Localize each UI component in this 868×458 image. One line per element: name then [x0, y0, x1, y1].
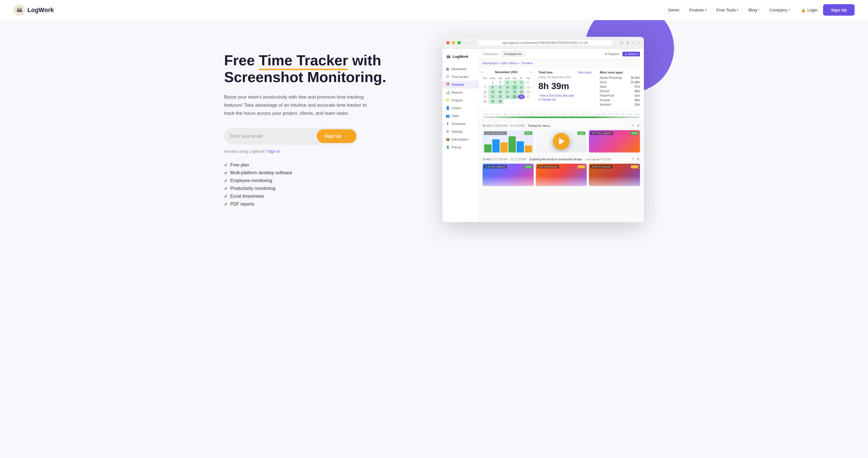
sidebar-item-time-tracker[interactable]: ⏱ Time tracker — [442, 73, 478, 81]
sidebar-item-clients[interactable]: 👤 Clients — [442, 104, 478, 112]
sidebar-item-timeline[interactable]: 📅 Timeline — [442, 81, 478, 88]
feature-checklist: ✓Free plan ✓Multi-platform desktop softw… — [224, 163, 426, 207]
sidebar-item-pricing[interactable]: 💲 Pricing — [442, 143, 478, 151]
delete-icon[interactable]: 🗑 — [637, 157, 640, 161]
demo-button[interactable]: ▲ Demo ▾ — [622, 52, 640, 56]
hero-title-highlight: Time Tracker — [259, 52, 348, 69]
checkmark-icon: ✓ — [224, 186, 227, 191]
team-icon: 👥 — [446, 114, 450, 118]
app-content: ‹ November 2021 › sun mon — [479, 67, 644, 222]
edit-icon[interactable]: ✎ — [631, 157, 634, 161]
nav-forward-icon[interactable]: › — [469, 41, 470, 45]
view-report-link[interactable]: View report — [578, 71, 592, 74]
lock-icon: 🔒 — [801, 8, 806, 12]
sidebar-logo: 🦝 LogWork — [442, 52, 478, 63]
nav-free-tools[interactable]: Free Tools ▾ — [716, 7, 739, 12]
cal-prev-button[interactable]: ‹ — [482, 70, 483, 74]
screenshot-card[interactable]: 9:48 AM Keynote 60% — [589, 164, 640, 186]
app-sidebar: 🦝 LogWork ▦ Dashboard ⏱ Time tracker — [442, 49, 479, 222]
tracking-for-label: Tracking for — [483, 52, 499, 56]
screenshot-time-label: 8:57 AM LogWork — [590, 132, 613, 135]
signup-button[interactable]: Sign Up — [823, 4, 855, 16]
sidebar-item-download[interactable]: ⬇ Download — [442, 120, 478, 127]
expand-icon[interactable]: ⤢ — [637, 41, 640, 45]
support-link[interactable]: ⟳ Support — [605, 52, 619, 56]
screenshots-area: 0h 37m 8:36:00 AM – 9:13:49 AM Testing t… — [479, 120, 644, 193]
screenshot-card[interactable]: 8:43 AM Numbers 82% — [483, 130, 534, 152]
projects-icon: 📁 — [446, 98, 450, 102]
total-time-display: 8h 39m — [538, 81, 592, 91]
window-fullscreen-dot — [458, 41, 461, 45]
app-window-wrapper: ‹ › app.logwork.com/timeline/17897691891… — [442, 37, 644, 222]
nav-demo[interactable]: Demo — [668, 7, 679, 12]
screenshot-pct: 60% — [631, 165, 639, 168]
screenshot-time-label: 9:48 AM Keynote — [590, 165, 612, 168]
login-button[interactable]: 🔒 Login — [801, 7, 818, 12]
signin-link[interactable]: Sign in. — [268, 149, 281, 153]
edit-icon[interactable]: ✎ — [631, 123, 634, 127]
change-log-link[interactable]: ⟳ Change log — [538, 98, 592, 101]
pricing-icon: 💲 — [446, 145, 450, 149]
add-entry-link[interactable]: + Add a Time Entry Manually — [538, 94, 592, 97]
sidebar-item-settings[interactable]: ⚙ Settings — [442, 127, 478, 136]
app-usage-row: Keynote36m — [600, 98, 640, 102]
app-preview: ‹ › app.logwork.com/timeline/17897691891… — [442, 37, 644, 222]
email-input[interactable] — [230, 134, 317, 139]
screenshot-time-label: 9:41 AM Keynote — [537, 165, 559, 168]
nav-feature[interactable]: Feature ▾ — [689, 7, 706, 12]
total-time-header: Total time View report — [538, 70, 592, 74]
new-tab-icon[interactable]: + — [632, 41, 634, 45]
screenshot-pct: 82% — [524, 132, 532, 135]
app-inner: 🦝 LogWork ▦ Dashboard ⏱ Time tracker — [442, 49, 644, 222]
screenshot-session-1: 0h 37m 8:36:00 AM – 9:13:49 AM Testing t… — [483, 123, 640, 152]
checklist-item: ✓Productivity monitoring — [224, 186, 426, 191]
signup-form-button[interactable]: Sign Up → — [317, 129, 356, 143]
navigation: 🦝 LogWork Demo Feature ▾ Free Tools ▾ Bl… — [0, 0, 868, 20]
screenshot-card[interactable]: 8:57 AM LogWork 87% — [589, 130, 640, 152]
cal-next-button[interactable]: › — [530, 70, 531, 74]
most-used-panel: Most used apps Adobe Photoshop3h 43m Exc… — [596, 67, 644, 111]
app-usage-row: Adobe Photoshop3h 43m — [600, 76, 640, 79]
nav-back-icon[interactable]: ‹ — [465, 41, 466, 45]
app-topbar: Tracking for Company Inc. ⟳ Support ▲ De… — [479, 49, 644, 59]
delete-icon[interactable]: 🗑 — [637, 123, 640, 127]
sidebar-item-team[interactable]: 👥 Team — [442, 112, 478, 120]
app-usage-row: Discord46m — [600, 90, 640, 93]
window-chrome: ‹ › app.logwork.com/timeline/17897691891… — [442, 37, 644, 49]
checklist-item: ✓PDF reports — [224, 202, 426, 207]
screenshot-card[interactable]: 9:41 AM Keynote 69% — [536, 164, 587, 186]
play-button[interactable] — [553, 133, 570, 150]
clients-icon: 👤 — [446, 106, 450, 110]
window-close-dot — [446, 41, 450, 45]
timeline-hours: 12am1am2am3am4am5am6am7am8am9am10am11am1… — [483, 113, 640, 115]
checkmark-icon: ✓ — [224, 163, 227, 167]
tracking-for-select[interactable]: Company Inc. — [501, 51, 526, 57]
app-usage-row: Excel1h 38m — [600, 81, 640, 84]
app-usage-row: Numbers15m — [600, 103, 640, 106]
calendar-grid: sun mon tue wed thu fri sat — [482, 76, 531, 104]
refresh-icon[interactable]: ⟳ — [620, 41, 623, 45]
settings-icon: ⚙ — [446, 130, 450, 134]
screenshot-card[interactable]: 9:34 AM LogWork 78% — [483, 164, 534, 186]
dashboard-icon: ▦ — [446, 67, 450, 71]
download-icon: ⬇ — [446, 122, 450, 126]
logo[interactable]: 🦝 LogWork — [13, 4, 54, 16]
nav-company[interactable]: Company ▾ — [769, 7, 789, 12]
checkmark-icon: ✓ — [224, 171, 227, 175]
session-meta-2: 1h 45m 9:27:09 AM – 11:12:33 AM Explorin… — [483, 156, 612, 162]
share-icon[interactable]: ⬆ — [626, 41, 629, 45]
timeline-icon: 📅 — [446, 83, 450, 87]
checklist-item: ✓Multi-platform desktop software — [224, 170, 426, 175]
sidebar-item-subscription[interactable]: 📦 Subscription — [442, 136, 478, 143]
reports-icon: 📊 — [446, 90, 450, 94]
url-bar[interactable]: app.logwork.com/timeline/178976918917052… — [478, 40, 613, 46]
screenshot-card-play[interactable]: 68% — [536, 130, 587, 152]
timeline-bar — [483, 116, 640, 118]
checklist-item: ✓Free plan — [224, 163, 426, 168]
sidebar-item-dashboard[interactable]: ▦ Dashboard — [442, 65, 478, 73]
sidebar-item-reports[interactable]: 📊 Reports — [442, 88, 478, 96]
session-actions-1: ✎ 🗑 — [631, 123, 640, 127]
nav-blog[interactable]: Blog ▾ — [748, 7, 759, 12]
sidebar-item-projects[interactable]: 📁 Projects — [442, 96, 478, 104]
screenshots-grid-2: 9:34 AM LogWork 78% 9:41 AM Keynote 69% — [483, 164, 640, 186]
